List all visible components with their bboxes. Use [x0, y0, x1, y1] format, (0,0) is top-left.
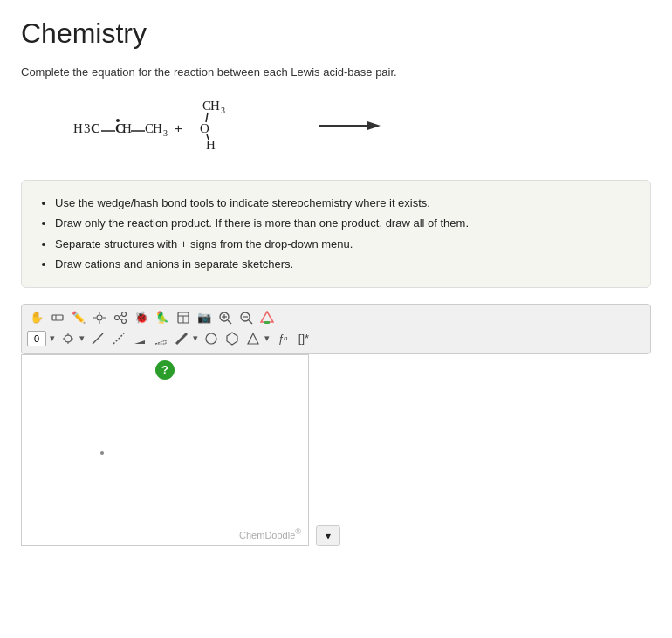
- camera-btn[interactable]: 📷: [195, 308, 214, 327]
- svg-text:C: C: [91, 121, 100, 135]
- svg-text:H: H: [122, 121, 132, 135]
- instruction-item-1: Use the wedge/hash bond tools to indicat…: [55, 193, 633, 213]
- hand-tool-btn[interactable]: ✋: [27, 308, 46, 327]
- toolbar-area: ✋ ✏️ 🐞 🦜 📷: [21, 304, 651, 354]
- svg-line-50: [93, 333, 103, 344]
- hex-ring-btn[interactable]: [223, 329, 242, 348]
- dotted-line-btn[interactable]: [109, 329, 128, 348]
- chemical-equation: H 3 C C H C H 3 + C H 3 O H: [65, 91, 651, 161]
- ring-dropdown-icon[interactable]: ▾: [264, 333, 270, 344]
- svg-point-45: [65, 335, 72, 342]
- svg-text:3: 3: [163, 128, 168, 138]
- svg-text:O: O: [200, 121, 209, 135]
- svg-line-32: [120, 319, 122, 320]
- svg-marker-43: [261, 312, 273, 322]
- svg-marker-53: [155, 340, 166, 344]
- instruction-box: Use the wedge/hash bond tools to indicat…: [21, 180, 651, 288]
- chemdoodle-symbol: ®: [295, 527, 301, 536]
- crosshair-dropdown-icon[interactable]: ▾: [79, 333, 85, 344]
- triangle-ring-btn[interactable]: [243, 329, 263, 348]
- crosshair-btn[interactable]: [58, 329, 78, 348]
- svg-marker-57: [248, 333, 258, 344]
- svg-marker-56: [227, 333, 237, 345]
- template-btn[interactable]: [174, 308, 193, 327]
- eraser-tool-btn[interactable]: [48, 308, 67, 327]
- svg-point-55: [206, 333, 216, 344]
- svg-line-31: [120, 315, 122, 317]
- svg-rect-21: [52, 315, 63, 320]
- svg-line-37: [228, 320, 231, 324]
- separator-dropdown-btn[interactable]: ▾: [316, 525, 340, 546]
- svg-point-30: [122, 319, 127, 323]
- chemdoodle-watermark: ChemDoodle®: [239, 527, 301, 540]
- bold-line-btn[interactable]: [172, 329, 191, 348]
- svg-line-41: [249, 320, 252, 324]
- zoom-out-btn[interactable]: [237, 308, 256, 327]
- reactant-structure: H 3 C C H C H 3 + C H 3 O H: [65, 91, 309, 161]
- instruction-item-4: Draw cations and anions in separate sket…: [55, 254, 633, 274]
- bond-count-btn[interactable]: [111, 308, 130, 327]
- solid-wedge-btn[interactable]: [130, 329, 149, 348]
- pencil-tool-btn[interactable]: ✏️: [69, 308, 88, 327]
- svg-text:H: H: [153, 121, 162, 135]
- fn-label-btn[interactable]: ƒn: [273, 329, 292, 348]
- radial-tool-btn[interactable]: [90, 308, 109, 327]
- number-input[interactable]: [27, 331, 46, 346]
- toolbar-row-1: ✋ ✏️ 🐞 🦜 📷: [27, 308, 645, 327]
- instruction-list: Use the wedge/hash bond tools to indicat…: [39, 193, 633, 275]
- svg-line-54: [176, 333, 187, 344]
- svg-point-23: [97, 315, 102, 320]
- bug-btn[interactable]: 🐞: [132, 308, 151, 327]
- dashed-wedge-btn[interactable]: [151, 329, 170, 348]
- color-btn[interactable]: [257, 308, 277, 327]
- svg-text:3: 3: [84, 121, 91, 135]
- svg-text:H: H: [206, 138, 216, 152]
- sketch-area-wrapper: ? ChemDoodle® ▾: [21, 354, 651, 546]
- svg-point-6: [116, 119, 120, 122]
- svg-point-29: [122, 312, 127, 316]
- help-button[interactable]: ?: [155, 360, 175, 380]
- svg-line-51: [113, 333, 124, 344]
- svg-text:H: H: [210, 99, 220, 113]
- instruction-item-3: Separate structures with + signs from th…: [55, 234, 633, 254]
- parrot-btn[interactable]: 🦜: [153, 308, 172, 327]
- bracket-btn[interactable]: []*: [294, 329, 313, 348]
- bold-dropdown-icon[interactable]: ▾: [193, 333, 198, 344]
- reaction-arrow: [319, 117, 381, 134]
- page-title: Chemistry: [21, 17, 651, 50]
- line-btn[interactable]: [88, 329, 107, 348]
- svg-marker-52: [134, 340, 145, 344]
- instructions-text: Complete the equation for the reaction b…: [21, 65, 651, 79]
- sketch-dot: [100, 451, 104, 455]
- toolbar-row-2: ▾ ▾ ▾: [27, 329, 645, 348]
- number-dropdown-icon[interactable]: ▾: [50, 333, 55, 344]
- svg-text:+: +: [175, 120, 182, 135]
- svg-rect-44: [264, 321, 270, 324]
- svg-marker-20: [367, 121, 381, 130]
- svg-point-28: [115, 315, 120, 319]
- sketch-canvas[interactable]: ? ChemDoodle®: [21, 354, 309, 546]
- chemdoodle-section: ✋ ✏️ 🐞 🦜 📷: [21, 304, 651, 546]
- circle-ring-btn[interactable]: [202, 329, 221, 348]
- svg-text:H: H: [73, 121, 83, 135]
- svg-text:3: 3: [221, 106, 225, 115]
- zoom-in-btn[interactable]: [216, 308, 235, 327]
- instruction-item-2: Draw only the reaction product. If there…: [55, 213, 633, 233]
